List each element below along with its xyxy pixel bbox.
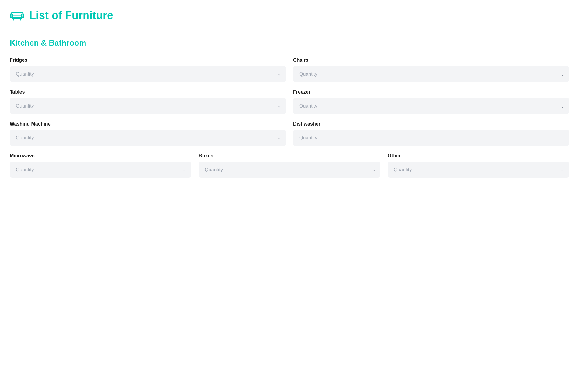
tables-select[interactable]: Quantity 12345 bbox=[10, 98, 286, 114]
microwave-select-wrapper: Quantity 12345 ⌄ bbox=[10, 162, 191, 178]
fridges-select[interactable]: Quantity 12345 bbox=[10, 66, 286, 82]
chairs-select[interactable]: Quantity 12345 bbox=[293, 66, 569, 82]
tables-label: Tables bbox=[10, 89, 286, 95]
washing-machine-select-wrapper: Quantity 12345 ⌄ bbox=[10, 130, 286, 146]
field-other: Other Quantity 12345 ⌄ bbox=[388, 153, 569, 178]
field-fridges: Fridges Quantity 12345 ⌄ bbox=[10, 57, 286, 82]
sofa-icon bbox=[10, 7, 24, 24]
boxes-select[interactable]: Quantity 12345 bbox=[199, 162, 380, 178]
freezer-select-wrapper: Quantity 12345 ⌄ bbox=[293, 98, 569, 114]
field-microwave: Microwave Quantity 12345 ⌄ bbox=[10, 153, 191, 178]
other-select-wrapper: Quantity 12345 ⌄ bbox=[388, 162, 569, 178]
section-title: Kitchen & Bathroom bbox=[10, 38, 569, 48]
field-chairs: Chairs Quantity 12345 ⌄ bbox=[293, 57, 569, 82]
freezer-label: Freezer bbox=[293, 89, 569, 95]
chairs-select-wrapper: Quantity 12345 ⌄ bbox=[293, 66, 569, 82]
fridges-select-wrapper: Quantity 12345 ⌄ bbox=[10, 66, 286, 82]
microwave-select[interactable]: Quantity 12345 bbox=[10, 162, 191, 178]
row-microwave-boxes-other: Microwave Quantity 12345 ⌄ Boxes Quantit… bbox=[10, 153, 569, 178]
page-title: List of Furniture bbox=[29, 9, 113, 22]
boxes-select-wrapper: Quantity 12345 ⌄ bbox=[199, 162, 380, 178]
fridges-label: Fridges bbox=[10, 57, 286, 63]
field-freezer: Freezer Quantity 12345 ⌄ bbox=[293, 89, 569, 114]
chairs-label: Chairs bbox=[293, 57, 569, 63]
washing-machine-label: Washing Machine bbox=[10, 121, 286, 127]
field-washing-machine: Washing Machine Quantity 12345 ⌄ bbox=[10, 121, 286, 146]
dishwasher-label: Dishwasher bbox=[293, 121, 569, 127]
field-tables: Tables Quantity 12345 ⌄ bbox=[10, 89, 286, 114]
page-header: List of Furniture bbox=[10, 7, 569, 24]
row-tables-freezer: Tables Quantity 12345 ⌄ Freezer Quantity… bbox=[10, 89, 569, 114]
dishwasher-select-wrapper: Quantity 12345 ⌄ bbox=[293, 130, 569, 146]
boxes-label: Boxes bbox=[199, 153, 380, 159]
tables-select-wrapper: Quantity 12345 ⌄ bbox=[10, 98, 286, 114]
row-washing-dishwasher: Washing Machine Quantity 12345 ⌄ Dishwas… bbox=[10, 121, 569, 146]
other-select[interactable]: Quantity 12345 bbox=[388, 162, 569, 178]
dishwasher-select[interactable]: Quantity 12345 bbox=[293, 130, 569, 146]
other-label: Other bbox=[388, 153, 569, 159]
microwave-label: Microwave bbox=[10, 153, 191, 159]
field-boxes: Boxes Quantity 12345 ⌄ bbox=[199, 153, 380, 178]
washing-machine-select[interactable]: Quantity 12345 bbox=[10, 130, 286, 146]
svg-rect-1 bbox=[12, 15, 22, 18]
field-dishwasher: Dishwasher Quantity 12345 ⌄ bbox=[293, 121, 569, 146]
freezer-select[interactable]: Quantity 12345 bbox=[293, 98, 569, 114]
row-fridges-chairs: Fridges Quantity 12345 ⌄ Chairs Quantity… bbox=[10, 57, 569, 82]
